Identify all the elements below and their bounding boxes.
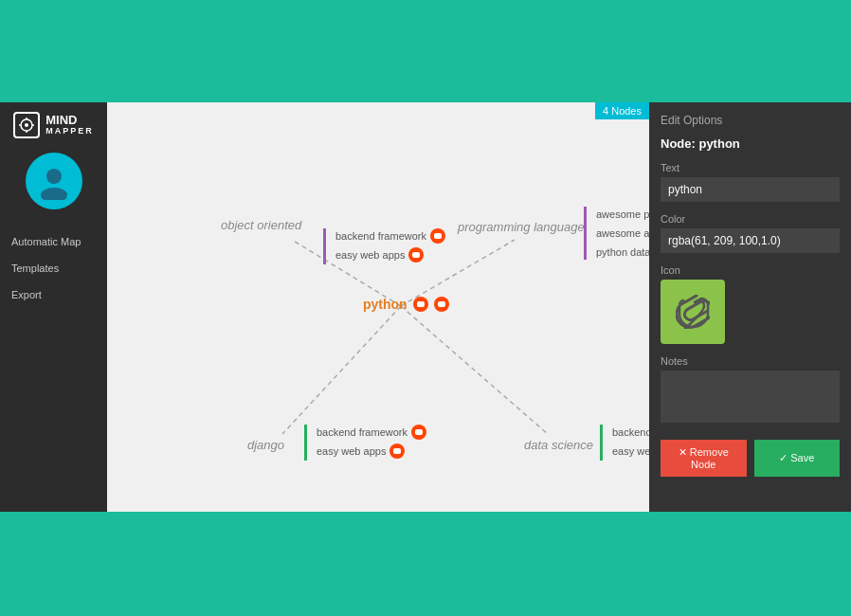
reddit-icon-bf1 bbox=[430, 228, 445, 244]
sub-item-easy-web-apps-1: easy web apps bbox=[335, 247, 445, 263]
svg-point-6 bbox=[46, 169, 62, 184]
color-label: Color bbox=[661, 213, 840, 225]
notes-textarea[interactable] bbox=[661, 371, 840, 423]
reddit-icon-ewa1 bbox=[408, 247, 424, 263]
node-object-oriented[interactable]: object oriented bbox=[221, 216, 301, 233]
remove-node-button[interactable]: ✕ Remove Node bbox=[661, 440, 747, 477]
sub-item-backend-framework-1: backend framework bbox=[335, 228, 445, 244]
panel-node-name: Node: python bbox=[661, 136, 840, 151]
sub-item-awesome-asyncio: awesome asyncio bbox=[596, 226, 649, 241]
logo-icon bbox=[13, 112, 40, 138]
text-input[interactable] bbox=[661, 177, 840, 202]
svg-point-1 bbox=[25, 123, 28, 127]
svg-line-11 bbox=[401, 306, 548, 434]
panel-buttons: ✕ Remove Node ✓ Save bbox=[661, 440, 840, 477]
panel-title: Edit Options bbox=[661, 114, 840, 127]
sub-group-top-right: awesome python awesome asyncio python da… bbox=[584, 207, 649, 260]
color-field-group: Color bbox=[661, 213, 840, 253]
notes-field-group: Notes bbox=[661, 355, 840, 426]
sidebar-item-export[interactable]: Export bbox=[0, 281, 107, 308]
reddit-icon-python2 bbox=[434, 297, 449, 312]
icon-preview[interactable] bbox=[661, 280, 725, 344]
reddit-icon-bf2 bbox=[411, 425, 426, 440]
icon-label: Icon bbox=[661, 264, 840, 276]
sidebar: MIND MAPPER Automatic Map Templates Expo… bbox=[0, 102, 107, 512]
reddit-icon-ewa2 bbox=[389, 444, 405, 459]
node-programming-language[interactable]: programming language bbox=[458, 218, 585, 235]
center-node-python[interactable]: python bbox=[363, 297, 449, 312]
node-data-science[interactable]: data science bbox=[524, 436, 593, 453]
notes-label: Notes bbox=[661, 355, 840, 367]
text-field-group: Text bbox=[661, 162, 840, 202]
sub-item-easy-web-apps-3: easy web apps bbox=[612, 444, 649, 459]
sub-item-backend-framework-3: backend framework bbox=[612, 425, 649, 440]
avatar bbox=[26, 153, 82, 209]
reddit-icon-python bbox=[413, 297, 428, 312]
app-logo: MIND MAPPER bbox=[13, 112, 94, 138]
color-input[interactable] bbox=[661, 228, 840, 253]
sub-group-bottom-left: backend framework easy web apps bbox=[304, 425, 426, 459]
logo-text: MIND MAPPER bbox=[45, 114, 94, 136]
sub-group-top-left: backend framework easy web apps bbox=[323, 228, 445, 263]
svg-point-7 bbox=[41, 188, 67, 200]
node-django[interactable]: django bbox=[247, 436, 284, 453]
sub-item-awesome-python: awesome python bbox=[596, 207, 649, 222]
svg-line-10 bbox=[282, 306, 401, 434]
sidebar-item-automatic-map[interactable]: Automatic Map bbox=[0, 228, 107, 255]
sidebar-item-templates[interactable]: Templates bbox=[0, 255, 107, 281]
sidebar-menu: Automatic Map Templates Export bbox=[0, 228, 107, 308]
save-button[interactable]: ✓ Save bbox=[754, 440, 841, 477]
sub-item-easy-web-apps-2: easy web apps bbox=[317, 444, 426, 459]
sub-item-backend-framework-2: backend framework bbox=[317, 425, 426, 440]
icon-field-group: Icon bbox=[661, 264, 840, 344]
sub-group-bottom-right: backend framework easy web apps bbox=[600, 425, 649, 459]
edit-panel: Edit Options Node: python Text Color Ico… bbox=[649, 102, 851, 512]
nodes-badge: 4 Nodes bbox=[595, 102, 649, 119]
sub-item-python-data-model: python data model bbox=[596, 245, 649, 260]
mind-map-canvas[interactable]: 4 Nodes python object oriented bbox=[107, 102, 649, 512]
text-label: Text bbox=[661, 162, 840, 173]
